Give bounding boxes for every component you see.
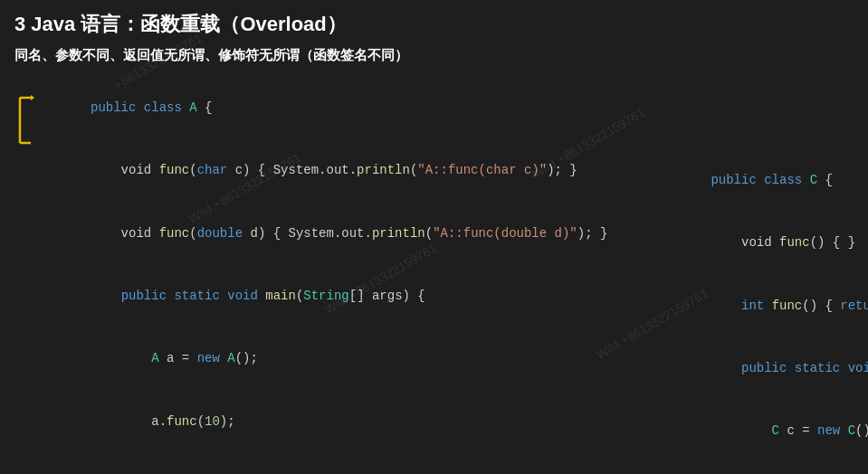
class-c-line-4: C c = new C(); [634,400,868,462]
class-c-header: public class C { [634,149,868,212]
class-a-line-1: void func(char c) { System.out.println("… [14,139,607,202]
class-a-line-3: public static void main(String[] args) { [14,265,607,327]
class-a-line-4: A a = new A(); [14,327,607,390]
class-a-header: public class A { [14,77,607,139]
class-c-line-5: c.func(); [634,462,868,474]
class-a-line-5: a.func(10); [14,390,607,452]
page-subtitle: 同名、参数不同、返回值无所谓、修饰符无所谓（函数签名不同） [14,47,854,64]
class-c-line-1: void func() { } [634,212,868,274]
class-c-block: public class C { void func() { } int fun… [634,149,868,474]
class-c-line-2: int func() { return 1; } [634,275,868,337]
code-right: public class C { void func() { } int fun… [634,77,868,474]
class-c-line-3: public static void main(String[] args) { [634,337,868,400]
code-left: public class A { void func(char c) { Sys… [14,77,607,474]
class-a-line-6: } [14,453,607,474]
main-content: +8613322159761 Wild +8613322159761 Wild … [0,0,868,474]
class-a-line-2: void func(double d) { System.out.println… [14,203,607,265]
page-title: 3 Java 语言：函数重载（Overload） [14,11,854,38]
class-a-block: public class A { void func(char c) { Sys… [14,77,607,474]
code-area: public class A { void func(char c) { Sys… [14,77,854,474]
